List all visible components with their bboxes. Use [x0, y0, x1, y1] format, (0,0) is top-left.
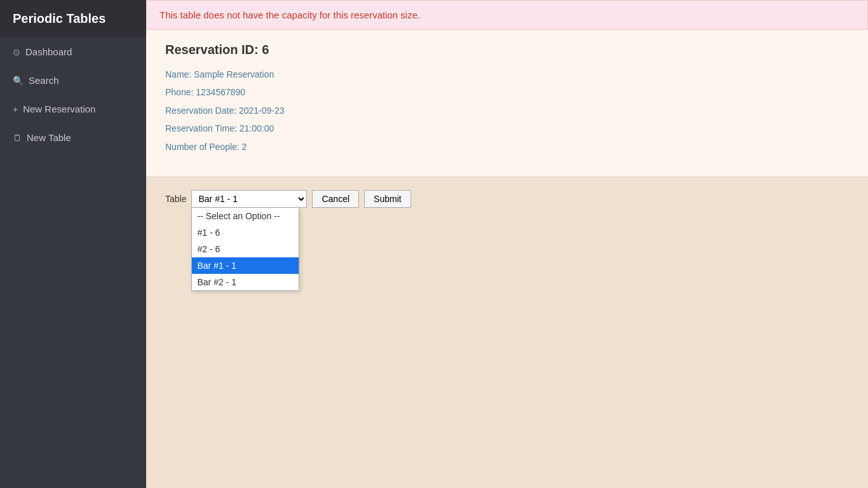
dropdown-item-bar1-1[interactable]: Bar #1 - 1	[192, 257, 299, 274]
dropdown-item-2-6[interactable]: #2 - 6	[192, 241, 299, 257]
sidebar-item-new-table[interactable]: 🗒 New Table	[0, 123, 146, 152]
table-select-wrapper: -- Select an Option -- #1 - 6 #2 - 6 Bar…	[191, 190, 307, 208]
dropdown-item-select[interactable]: -- Select an Option --	[192, 208, 299, 224]
reservation-people: Number of People: 2	[165, 140, 849, 154]
search-icon: 🔍	[13, 76, 24, 86]
error-banner: This table does not have the capacity fo…	[146, 0, 868, 30]
reservation-card: Reservation ID: 6 Name: Sample Reservati…	[146, 30, 868, 177]
sidebar-item-search[interactable]: 🔍 Search	[0, 66, 146, 95]
dropdown-item-bar2-1[interactable]: Bar #2 - 1	[192, 274, 299, 290]
error-message: This table does not have the capacity fo…	[159, 10, 420, 20]
reservation-date: Reservation Date: 2021-09-23	[165, 104, 849, 118]
reservation-name: Name: Sample Reservation	[165, 67, 849, 81]
table-select[interactable]: -- Select an Option -- #1 - 6 #2 - 6 Bar…	[191, 190, 307, 208]
sidebar-item-label: Dashboard	[25, 46, 72, 57]
dashboard-icon: ⊙	[13, 47, 20, 57]
sidebar: Periodic Tables ⊙ Dashboard 🔍 Search + N…	[0, 0, 146, 488]
dropdown-overlay: -- Select an Option -- #1 - 6 #2 - 6 Bar…	[191, 208, 299, 291]
reservation-time: Reservation Time: 21:00:00	[165, 121, 849, 135]
main-content: This table does not have the capacity fo…	[146, 0, 868, 488]
dropdown-item-1-6[interactable]: #1 - 6	[192, 224, 299, 241]
plus-icon: +	[13, 104, 18, 114]
sidebar-item-label: Search	[29, 75, 59, 86]
table-label: Table	[165, 190, 186, 208]
sidebar-item-label: New Table	[27, 132, 71, 143]
table-form: Table -- Select an Option -- #1 - 6 #2 -…	[146, 177, 868, 220]
submit-button[interactable]: Submit	[364, 190, 411, 208]
sidebar-item-dashboard[interactable]: ⊙ Dashboard	[0, 37, 146, 66]
sidebar-item-label: New Reservation	[23, 104, 95, 114]
reservation-phone: Phone: 1234567890	[165, 85, 849, 99]
sidebar-item-new-reservation[interactable]: + New Reservation	[0, 95, 146, 123]
cancel-button[interactable]: Cancel	[312, 190, 359, 208]
app-title: Periodic Tables	[0, 0, 146, 37]
table-icon: 🗒	[13, 133, 22, 143]
reservation-id-title: Reservation ID: 6	[165, 43, 849, 57]
